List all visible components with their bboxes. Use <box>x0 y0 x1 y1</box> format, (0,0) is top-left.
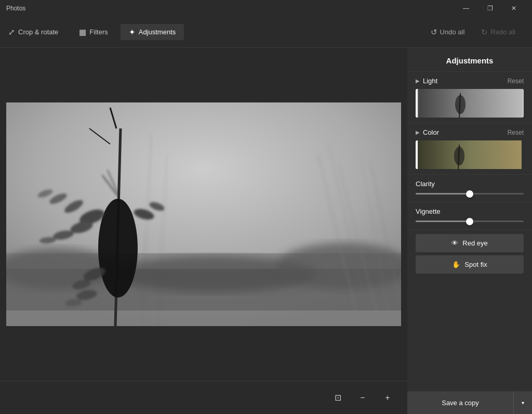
save-dropdown-button[interactable]: ▾ <box>513 392 532 414</box>
adjustments-icon: ✦ <box>129 28 136 36</box>
fit-button[interactable]: ⊡ <box>328 389 347 407</box>
clarity-fill <box>416 193 470 195</box>
light-section: ▶ Light Reset <box>407 72 532 123</box>
zoom-out-button[interactable]: − <box>353 389 372 407</box>
spot-fix-icon: ✋ <box>452 261 460 268</box>
toolbar: ⤢ Crop & rotate ▦ Filters ✦ Adjustments … <box>0 17 532 48</box>
image-area: ⊡ − + <box>0 48 407 414</box>
light-preview-gradient <box>416 89 524 118</box>
titlebar: Photos — ❐ ✕ <box>0 0 532 17</box>
color-preview-inner <box>416 140 524 169</box>
vignette-section: Vignette <box>407 202 532 230</box>
color-reset-button[interactable]: Reset <box>508 129 524 136</box>
adjustments-panel: Adjustments ▶ Light Reset <box>407 48 532 414</box>
vignette-fill <box>416 221 470 222</box>
vignette-thumb[interactable] <box>466 218 473 225</box>
light-preview-svg <box>418 89 524 118</box>
color-preview-bar <box>416 140 418 169</box>
svg-rect-33 <box>419 89 523 118</box>
image-footer: ⊡ − + <box>0 381 407 414</box>
undo-all-button[interactable]: ↺ Undo all <box>424 25 471 39</box>
minimize-button[interactable]: — <box>454 0 478 17</box>
action-buttons: 👁 Red eye ✋ Spot fix <box>407 230 532 278</box>
clarity-thumb[interactable] <box>466 190 473 198</box>
photo-svg <box>6 102 401 326</box>
photo-container <box>6 102 401 326</box>
window-controls: — ❐ ✕ <box>454 0 526 17</box>
clarity-label: Clarity <box>416 180 524 188</box>
maximize-button[interactable]: ❐ <box>478 0 502 17</box>
main-content: ⊡ − + Adjustments ▶ Light Reset <box>0 48 532 414</box>
redo-icon: ↻ <box>481 28 488 36</box>
color-preview <box>416 140 524 169</box>
panel-title: Adjustments <box>407 48 532 72</box>
color-title: Color <box>423 128 439 136</box>
redo-all-button[interactable]: ↻ Redo all <box>475 25 522 39</box>
svg-rect-36 <box>418 140 522 169</box>
panel-footer: Save a copy ▾ <box>407 391 532 414</box>
spot-fix-button[interactable]: ✋ Spot fix <box>416 255 524 274</box>
filters-button[interactable]: ▦ Filters <box>71 24 116 40</box>
light-chevron-icon: ▶ <box>416 78 420 84</box>
save-copy-button[interactable]: Save a copy <box>407 392 513 414</box>
color-section-header[interactable]: ▶ Color Reset <box>416 128 524 136</box>
color-preview-svg <box>416 140 524 169</box>
adjustments-button[interactable]: ✦ Adjustments <box>121 24 184 40</box>
color-title-row: ▶ Color <box>416 128 439 136</box>
vignette-track[interactable] <box>416 221 524 222</box>
light-title-row: ▶ Light <box>416 77 437 85</box>
app-title: Photos <box>6 5 454 12</box>
vignette-label: Vignette <box>416 208 524 215</box>
close-button[interactable]: ✕ <box>502 0 526 17</box>
filters-icon: ▦ <box>79 28 86 36</box>
crop-rotate-button[interactable]: ⤢ Crop & rotate <box>0 24 66 40</box>
crop-rotate-icon: ⤢ <box>8 28 15 36</box>
clarity-section: Clarity <box>407 175 532 202</box>
light-reset-button[interactable]: Reset <box>508 77 524 85</box>
clarity-track[interactable] <box>416 193 524 195</box>
red-eye-button[interactable]: 👁 Red eye <box>416 234 524 252</box>
light-section-header[interactable]: ▶ Light Reset <box>416 77 524 85</box>
undo-icon: ↺ <box>431 28 437 36</box>
color-section: ▶ Color Reset <box>407 123 532 175</box>
image-canvas <box>0 48 407 381</box>
light-preview <box>416 89 524 118</box>
toolbar-right: ↺ Undo all ↻ Redo all <box>424 25 522 39</box>
color-chevron-icon: ▶ <box>416 130 420 135</box>
red-eye-icon: 👁 <box>451 239 458 247</box>
light-title: Light <box>423 77 437 85</box>
zoom-in-button[interactable]: + <box>378 389 397 407</box>
